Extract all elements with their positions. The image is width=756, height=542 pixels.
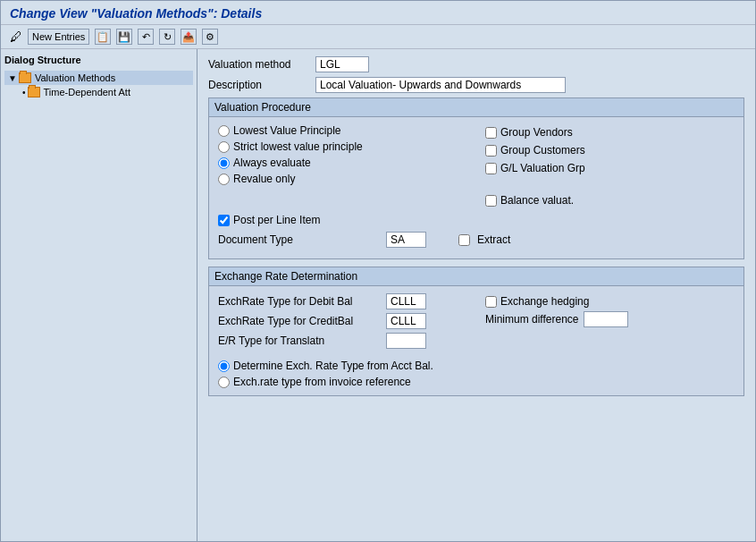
document-type-row: Document Type Extract xyxy=(218,232,735,248)
toolbar: 🖊 New Entries 📋 💾 ↶ ↻ 📤 ⚙ xyxy=(1,25,755,49)
min-difference-label: Minimum difference xyxy=(485,313,578,326)
folder-icon-time xyxy=(28,87,40,97)
radio-always-evaluate: Always evaluate xyxy=(218,157,467,169)
checkbox-group-customers-input[interactable] xyxy=(485,145,497,157)
folder-icon-valuation xyxy=(19,72,31,83)
valuation-method-input[interactable] xyxy=(315,56,369,72)
radio-determine-exch-label: Determine Exch. Rate Type from Acct Bal. xyxy=(233,360,433,372)
er-type-row: E/R Type for Translatn xyxy=(218,333,467,349)
debit-input[interactable] xyxy=(386,293,426,309)
debit-label: ExchRate Type for Debit Bal xyxy=(218,295,379,308)
sidebar-item-time-dependent[interactable]: • Time-Dependent Att xyxy=(19,85,193,99)
checkbox-gl-valuation-label: G/L Valuation Grp xyxy=(500,162,585,174)
valuation-procedure-body: Lowest Value Principle Strict lowest val… xyxy=(209,117,743,258)
er-type-label: E/R Type for Translatn xyxy=(218,335,379,347)
checkbox-extract-label: Extract xyxy=(477,233,510,246)
toolbar-new-entries-icon: 🖊 xyxy=(10,30,22,44)
valuation-procedure-section: Valuation Procedure Lowest Value Princip… xyxy=(208,97,744,259)
radio-revalue-only-label: Revalue only xyxy=(233,173,295,185)
checkbox-post-per-line-label: Post per Line Item xyxy=(233,214,320,226)
save-icon[interactable]: 💾 xyxy=(116,29,132,45)
debit-row: ExchRate Type for Debit Bal xyxy=(218,293,467,309)
radio-determine-exch: Determine Exch. Rate Type from Acct Bal. xyxy=(218,360,735,372)
radio-always-evaluate-label: Always evaluate xyxy=(233,157,311,169)
copy-icon[interactable]: 📋 xyxy=(95,29,111,45)
radio-invoice-ref-label: Exch.rate type from invoice reference xyxy=(233,376,411,388)
valuation-method-row: Valuation method xyxy=(208,56,744,72)
checkbox-exchange-hedging-input[interactable] xyxy=(485,296,497,308)
valuation-two-col: Lowest Value Principle Strict lowest val… xyxy=(218,124,735,207)
valuation-left-col: Lowest Value Principle Strict lowest val… xyxy=(218,124,467,207)
description-label: Description xyxy=(208,79,315,91)
exchange-two-col: ExchRate Type for Debit Bal ExchRate Typ… xyxy=(218,293,735,352)
tree-arrow: ▼ xyxy=(8,73,17,83)
min-difference-input[interactable] xyxy=(584,311,628,327)
refresh-icon[interactable]: ↻ xyxy=(159,29,175,45)
checkbox-gl-valuation: G/L Valuation Grp xyxy=(485,162,735,174)
valuation-procedure-header: Valuation Procedure xyxy=(209,98,743,117)
exchange-right-col: Exchange hedging Minimum difference xyxy=(485,293,735,352)
checkbox-group-vendors: Group Vendors xyxy=(485,126,735,139)
exchange-rate-header: Exchange Rate Determination xyxy=(209,267,743,286)
checkbox-exchange-hedging: Exchange hedging xyxy=(485,295,735,308)
sidebar-item-valuation-methods[interactable]: ▼ Valuation Methods xyxy=(4,71,193,85)
new-entries-label: New Entries xyxy=(32,31,85,42)
radio-invoice-ref: Exch.rate type from invoice reference xyxy=(218,376,735,388)
checkbox-gl-valuation-input[interactable] xyxy=(485,163,497,174)
radio-determine-exch-input[interactable] xyxy=(218,360,230,372)
radio-lowest-value-input[interactable] xyxy=(218,125,230,137)
radio-revalue-only-input[interactable] xyxy=(218,174,230,185)
radio-strict-lowest: Strict lowest value principle xyxy=(218,140,467,153)
checkbox-balance-valuat-input[interactable] xyxy=(485,195,497,207)
valuation-right-col: Group Vendors Group Customers G/L Valuat… xyxy=(485,124,735,207)
checkbox-post-per-line-input[interactable] xyxy=(218,215,230,226)
sidebar-label-valuation-methods: Valuation Methods xyxy=(35,72,115,83)
checkbox-group-customers: Group Customers xyxy=(485,144,735,157)
exchange-rate-section: Exchange Rate Determination ExchRate Typ… xyxy=(208,267,744,396)
main-panel: Valuation method Description Valuation P… xyxy=(197,49,755,541)
bullet-icon: • xyxy=(22,88,26,97)
page-title: Change View "Valuation Methods": Details xyxy=(10,6,746,21)
document-type-label: Document Type xyxy=(218,233,379,246)
credit-row: ExchRate Type for CreditBal xyxy=(218,313,467,329)
er-type-input[interactable] xyxy=(386,333,426,349)
settings-icon[interactable]: ⚙ xyxy=(202,29,218,45)
description-input[interactable] xyxy=(315,77,566,93)
checkbox-balance-valuat-label: Balance valuat. xyxy=(500,194,574,207)
radio-lowest-value-label: Lowest Value Principle xyxy=(233,124,341,137)
min-difference-row: Minimum difference xyxy=(485,311,735,327)
exchange-left-col: ExchRate Type for Debit Bal ExchRate Typ… xyxy=(218,293,467,352)
radio-always-evaluate-input[interactable] xyxy=(218,157,230,169)
sidebar: Dialog Structure ▼ Valuation Methods • T… xyxy=(1,49,197,541)
sidebar-label-time-dependent: Time-Dependent Att xyxy=(44,87,130,97)
radio-revalue-only: Revalue only xyxy=(218,173,467,185)
checkbox-balance-valuat: Balance valuat. xyxy=(485,194,735,207)
radio-strict-lowest-input[interactable] xyxy=(218,141,230,153)
checkbox-extract-input[interactable] xyxy=(458,234,470,246)
checkbox-group-customers-label: Group Customers xyxy=(500,144,585,157)
content-area: Dialog Structure ▼ Valuation Methods • T… xyxy=(1,49,755,541)
new-entries-button[interactable]: New Entries xyxy=(28,29,89,45)
main-window: Change View "Valuation Methods": Details… xyxy=(0,0,756,542)
checkbox-exchange-hedging-label: Exchange hedging xyxy=(500,295,589,308)
title-bar: Change View "Valuation Methods": Details xyxy=(1,1,755,25)
credit-input[interactable] xyxy=(386,313,426,329)
exchange-rate-body: ExchRate Type for Debit Bal ExchRate Typ… xyxy=(209,286,743,395)
export-icon[interactable]: 📤 xyxy=(181,29,197,45)
sidebar-title: Dialog Structure xyxy=(4,55,193,65)
radio-invoice-ref-input[interactable] xyxy=(218,377,230,388)
credit-label: ExchRate Type for CreditBal xyxy=(218,315,379,327)
checkbox-group-vendors-label: Group Vendors xyxy=(500,126,573,139)
radio-strict-lowest-label: Strict lowest value principle xyxy=(233,140,363,153)
checkbox-group-vendors-input[interactable] xyxy=(485,127,497,139)
undo-icon[interactable]: ↶ xyxy=(138,29,154,45)
radio-lowest-value: Lowest Value Principle xyxy=(218,124,467,137)
description-row: Description xyxy=(208,77,744,93)
checkbox-post-per-line: Post per Line Item xyxy=(218,214,735,226)
valuation-method-label: Valuation method xyxy=(208,58,315,71)
document-type-input[interactable] xyxy=(386,232,426,248)
